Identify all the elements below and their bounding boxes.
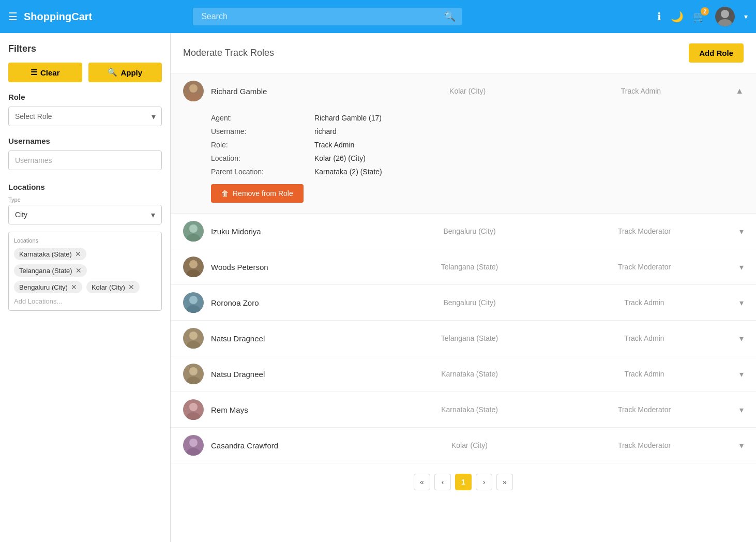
prev-page-button[interactable]: ‹ — [434, 474, 451, 490]
username-value: richard — [314, 127, 744, 136]
user-avatar-rem — [183, 399, 204, 420]
user-avatar-roronoa — [183, 292, 204, 313]
user-name-natsu2: Natsu Dragneel — [211, 370, 379, 379]
svg-point-9 — [189, 260, 198, 268]
expand-icon-izuku[interactable]: ▾ — [739, 227, 744, 236]
detail-grid: Agent: Richard Gamble (17) Username: ric… — [211, 114, 744, 176]
trash-icon: 🗑 — [221, 189, 229, 198]
add-role-button[interactable]: Add Role — [689, 43, 744, 63]
role-row-roronoa[interactable]: Roronoa Zoro Bengaluru (City) Track Admi… — [171, 285, 756, 321]
moon-icon[interactable]: 🌙 — [671, 10, 684, 23]
role-row-richard-gamble[interactable]: Richard Gamble Kolar (City) Track Admin … — [171, 73, 756, 214]
page-1-button[interactable]: 1 — [455, 474, 472, 490]
user-role-natsu2: Track Admin — [561, 370, 728, 378]
user-name-casandra: Casandra Crawford — [211, 441, 379, 450]
info-icon[interactable]: ℹ — [657, 10, 661, 23]
location-value: Kolar (26) (City) — [314, 154, 744, 162]
clear-button[interactable]: ☰ Clear — [8, 63, 82, 82]
locations-box: Locations Karnataka (State) ✕ Telangana … — [8, 232, 162, 311]
main-layout: Filters ☰ Clear 🔍 Apply Role Select Role… — [0, 33, 756, 542]
apply-button[interactable]: 🔍 Apply — [88, 63, 162, 82]
type-label: Type — [8, 197, 162, 203]
svg-point-21 — [189, 403, 198, 411]
sidebar: Filters ☰ Clear 🔍 Apply Role Select Role… — [0, 33, 171, 542]
user-name-woods: Woods Peterson — [211, 263, 379, 272]
user-avatar-natsu1 — [183, 328, 204, 349]
role-row-casandra[interactable]: Casandra Crawford Kolar (City) Track Mod… — [171, 428, 756, 463]
role-row-natsu1[interactable]: Natsu Dragneel Telangana (State) Track A… — [171, 321, 756, 356]
cart-icon[interactable]: 🛒 2 — [693, 10, 706, 23]
filter-buttons: ☰ Clear 🔍 Apply — [8, 63, 162, 82]
user-location-casandra: Kolar (City) — [386, 441, 553, 449]
expand-icon-woods[interactable]: ▾ — [739, 262, 744, 272]
svg-point-0 — [721, 10, 729, 18]
expand-icon-roronoa[interactable]: ▾ — [739, 298, 744, 308]
search-input[interactable] — [193, 8, 462, 25]
menu-icon[interactable]: ☰ — [8, 10, 18, 23]
user-avatar-natsu2 — [183, 364, 204, 384]
remove-karnataka-state-icon[interactable]: ✕ — [75, 250, 81, 258]
user-name-rem: Rem Mays — [211, 405, 379, 414]
collapse-icon-richard[interactable]: ▲ — [735, 86, 744, 96]
svg-point-18 — [189, 367, 198, 375]
top-navigation: ☰ ShoppingCart 🔍 ℹ 🌙 🛒 2 ▾ — [0, 0, 756, 33]
add-locations-placeholder[interactable]: Add Locations... — [14, 297, 156, 305]
expand-icon-rem[interactable]: ▾ — [739, 405, 744, 415]
agent-value: Richard Gamble (17) — [314, 114, 744, 122]
agent-label: Agent: — [211, 114, 304, 122]
svg-point-1 — [718, 19, 732, 26]
username-label: Username: — [211, 127, 304, 136]
type-select[interactable]: City State — [9, 205, 161, 224]
user-avatar-casandra — [183, 435, 204, 456]
expand-icon-natsu1[interactable]: ▾ — [739, 334, 744, 343]
user-chevron-icon[interactable]: ▾ — [744, 12, 748, 21]
next-page-button[interactable]: › — [476, 474, 492, 490]
role-row-woods[interactable]: Woods Peterson Telangana (State) Track M… — [171, 249, 756, 285]
role-row-izuku[interactable]: Izuku Midoriya Bengaluru (City) Track Mo… — [171, 214, 756, 249]
user-role-roronoa: Track Admin — [561, 298, 728, 307]
parent-location-value: Karnataka (2) (State) — [314, 168, 744, 176]
svg-point-24 — [189, 439, 198, 447]
user-name-izuku: Izuku Midoriya — [211, 227, 379, 236]
remove-bengaluru-city-icon[interactable]: ✕ — [71, 283, 77, 291]
role-row-rem[interactable]: Rem Mays Karnataka (State) Track Moderat… — [171, 392, 756, 428]
user-role-woods: Track Moderator — [561, 263, 728, 271]
user-avatar[interactable] — [715, 7, 735, 26]
role-row-natsu2[interactable]: Natsu Dragneel Karnataka (State) Track A… — [171, 356, 756, 392]
role-select[interactable]: Select Role Track Admin Track Moderator — [8, 107, 162, 126]
filters-title: Filters — [8, 43, 162, 54]
remove-from-role-button[interactable]: 🗑 Remove from Role — [211, 184, 304, 203]
search-icon: 🔍 — [444, 11, 456, 22]
expanded-details-richard: Agent: Richard Gamble (17) Username: ric… — [171, 109, 756, 213]
user-location-izuku: Bengaluru (City) — [386, 227, 553, 235]
first-page-button[interactable]: « — [414, 474, 430, 490]
last-page-button[interactable]: » — [496, 474, 513, 490]
user-role-casandra: Track Moderator — [561, 441, 728, 449]
svg-point-3 — [189, 84, 198, 93]
role-label: Role: — [211, 141, 304, 149]
search-bar: 🔍 — [193, 8, 462, 25]
expand-icon-natsu2[interactable]: ▾ — [739, 369, 744, 379]
remove-telangana-state-icon[interactable]: ✕ — [75, 266, 82, 275]
type-select-wrapper: City State ▾ — [8, 205, 162, 224]
location-label: Location: — [211, 154, 304, 162]
apply-search-icon: 🔍 — [108, 68, 117, 77]
user-role-rem: Track Moderator — [561, 405, 728, 414]
svg-point-12 — [189, 296, 198, 304]
page-title: Moderate Track Roles — [183, 48, 274, 58]
brand-logo: ShoppingCart — [24, 11, 92, 23]
tag-kolar-city: Kolar (City) ✕ — [86, 281, 140, 293]
locations-box-label: Locations — [14, 237, 156, 244]
user-location-richard: Kolar (City) — [384, 87, 550, 95]
tag-telangana-state: Telangana (State) ✕ — [14, 264, 87, 277]
usernames-section-label: Usernames — [8, 137, 162, 145]
user-location-woods: Telangana (State) — [386, 263, 553, 271]
expand-icon-casandra[interactable]: ▾ — [739, 441, 744, 450]
user-name-roronoa: Roronoa Zoro — [211, 298, 379, 307]
remove-kolar-city-icon[interactable]: ✕ — [128, 283, 134, 291]
user-avatar-woods — [183, 257, 204, 277]
tag-karnataka-state: Karnataka (State) ✕ — [14, 248, 86, 260]
usernames-input[interactable] — [8, 150, 162, 170]
role-row-header-richard: Richard Gamble Kolar (City) Track Admin … — [171, 73, 756, 109]
user-avatar-izuku — [183, 221, 204, 242]
